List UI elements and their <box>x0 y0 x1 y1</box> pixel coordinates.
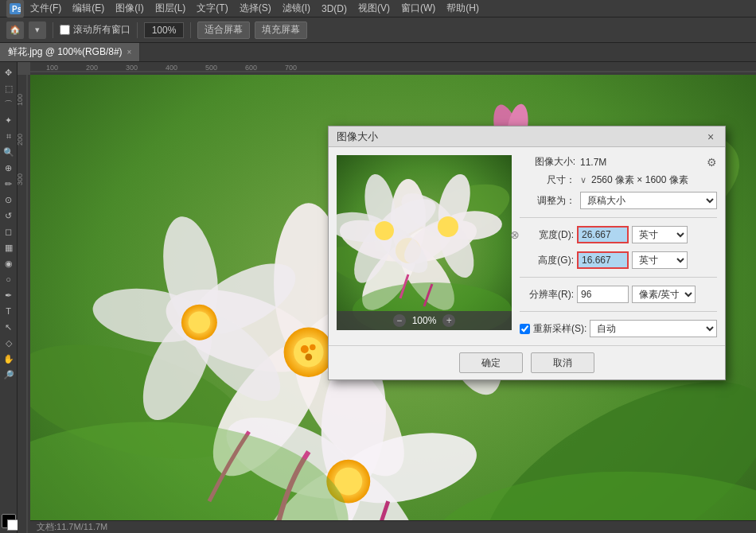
menu-image[interactable]: 图像(I) <box>111 0 148 17</box>
svg-text:100: 100 <box>18 94 24 106</box>
tool-gradient[interactable]: ▦ <box>2 240 16 255</box>
svg-text:600: 600 <box>245 64 257 72</box>
tool-blur[interactable]: ◉ <box>2 256 16 270</box>
menu-bar: Ps 文件(F) 编辑(E) 图像(I) 图层(L) 文字(T) 选择(S) 滤… <box>0 0 756 18</box>
preview-toolbar: − 100% + <box>337 311 512 330</box>
adjust-label: 调整为： <box>520 194 575 208</box>
tool-move[interactable]: ✥ <box>2 65 16 80</box>
dimension-toggle[interactable]: ∨ <box>580 175 586 185</box>
height-row: 高度(G): 英寸 <box>520 251 717 269</box>
toolbar: 🏠 ▾ 滚动所有窗口 适合屏幕 填充屏幕 <box>0 18 756 43</box>
toolbar-home-icon[interactable]: 🏠 <box>6 21 24 39</box>
width-input[interactable] <box>577 226 629 243</box>
tool-foreground-color[interactable] <box>2 514 16 528</box>
tool-eyedropper[interactable]: 🔍 <box>2 145 16 159</box>
svg-point-70 <box>438 216 458 237</box>
menu-text[interactable]: 文字(T) <box>192 0 232 17</box>
status-bar: 文档:11.7M/11.7M <box>30 520 756 533</box>
ruler-horizontal: 100 200 300 400 500 600 700 <box>30 62 756 75</box>
file-size-value: 11.7M <box>580 157 606 168</box>
tool-text[interactable]: T <box>2 304 16 318</box>
menu-filter[interactable]: 滤镜(I) <box>278 0 315 17</box>
tool-clone[interactable]: ⊙ <box>2 193 16 207</box>
chain-icon: ⊗ <box>510 228 520 241</box>
confirm-btn[interactable]: 确定 <box>459 352 523 373</box>
toolbar-arrow-icon[interactable]: ▾ <box>29 21 46 39</box>
height-unit-select[interactable]: 英寸 <box>632 251 688 269</box>
app-icon[interactable]: Ps <box>6 0 24 18</box>
status-text: 文档:11.7M/11.7M <box>37 521 107 533</box>
resample-checkbox[interactable] <box>520 324 530 334</box>
svg-text:400: 400 <box>166 64 177 72</box>
menu-layer[interactable]: 图层(L) <box>150 0 191 17</box>
separator-3 <box>520 311 717 312</box>
preview-zoom-in[interactable]: + <box>442 314 455 327</box>
svg-text:100: 100 <box>46 64 58 72</box>
resolution-row: 分辨率(R): 像素/英寸 <box>520 286 717 303</box>
dialog-titlebar: 图像大小 × <box>329 126 725 147</box>
tab-image[interactable]: 鲜花.jpg @ 100%(RGB/8#) × <box>0 43 140 61</box>
tool-hand[interactable]: ✋ <box>2 352 16 366</box>
svg-point-28 <box>294 337 323 367</box>
file-size-label: 图像大小: <box>520 155 575 169</box>
menu-select[interactable]: 选择(S) <box>235 0 276 17</box>
svg-text:200: 200 <box>18 134 24 146</box>
scroll-all-label: 滚动所有窗口 <box>73 23 131 37</box>
dialog-body: − 100% + 图像大小: 11.7M ⚙ <box>329 147 725 345</box>
adjust-select[interactable]: 原稿大小 <box>580 192 717 209</box>
tool-history-brush[interactable]: ↺ <box>2 208 16 223</box>
dialog-settings: 图像大小: 11.7M ⚙ 尺寸： ∨ 2560 像素 × 1600 像素 调整… <box>520 155 717 337</box>
tool-pen[interactable]: ✒ <box>2 288 16 302</box>
resample-select[interactable]: 自动 <box>590 320 717 337</box>
main-area: ✥ ⬚ ⌒ ✦ ⌗ 🔍 ⊕ ✏ ⊙ ↺ ◻ ▦ ◉ ○ ✒ T ↖ ◇ ✋ 🔎 <box>0 62 756 533</box>
tool-magic-wand[interactable]: ✦ <box>2 113 16 127</box>
separator-2 <box>520 277 717 278</box>
fit-screen-btn[interactable]: 适合屏幕 <box>197 21 250 39</box>
zoom-input[interactable] <box>144 22 184 38</box>
dimension-value: 2560 像素 × 1600 像素 <box>591 173 688 187</box>
tool-path-select[interactable]: ↖ <box>2 320 16 334</box>
menu-view[interactable]: 视图(V) <box>353 0 395 17</box>
cancel-btn[interactable]: 取消 <box>531 352 594 373</box>
menu-window[interactable]: 窗口(W) <box>396 0 440 17</box>
tool-crop[interactable]: ⌗ <box>2 129 16 143</box>
resample-row: 重新采样(S): 自动 <box>520 320 717 337</box>
tool-zoom[interactable]: 🔎 <box>2 368 16 382</box>
svg-point-29 <box>301 345 309 353</box>
height-input[interactable] <box>577 251 629 269</box>
menu-file[interactable]: 文件(F) <box>25 0 66 17</box>
menu-help[interactable]: 帮助(H) <box>442 0 484 17</box>
svg-point-30 <box>310 344 315 350</box>
resolution-input[interactable] <box>577 286 629 303</box>
resolution-unit-select[interactable]: 像素/英寸 <box>632 286 696 303</box>
tab-close-btn[interactable]: × <box>127 48 132 56</box>
svg-text:Ps: Ps <box>12 5 21 14</box>
svg-text:500: 500 <box>205 64 217 72</box>
svg-text:300: 300 <box>126 64 138 72</box>
svg-point-76 <box>375 221 394 240</box>
tool-eraser[interactable]: ◻ <box>2 224 16 239</box>
height-label: 高度(G): <box>520 254 574 267</box>
tool-brush[interactable]: ✏ <box>2 177 16 191</box>
width-unit-select[interactable]: 英寸 <box>632 226 688 243</box>
tool-lasso[interactable]: ⌒ <box>2 97 16 111</box>
toolbar-divider-1 <box>53 22 53 38</box>
preview-zoom-out[interactable]: − <box>393 314 406 327</box>
width-row: ⊗ 宽度(D): 英寸 <box>520 226 717 243</box>
dimension-label: 尺寸： <box>520 173 575 187</box>
tool-select-rect[interactable]: ⬚ <box>2 81 16 95</box>
fill-screen-btn[interactable]: 填充屏幕 <box>255 21 307 39</box>
settings-gear-icon[interactable]: ⚙ <box>707 156 717 169</box>
toolbar-scroll-all[interactable]: 滚动所有窗口 <box>60 23 131 37</box>
ruler-vertical: 100 200 300 <box>18 75 30 533</box>
resample-label: 重新采样(S): <box>533 322 586 336</box>
dialog-close-btn[interactable]: × <box>704 130 717 143</box>
canvas-area: 100 200 300 400 500 600 700 100 200 300 <box>18 62 756 533</box>
tool-shape[interactable]: ◇ <box>2 336 16 350</box>
width-label: 宽度(D): <box>520 228 574 242</box>
menu-3d[interactable]: 3D(D) <box>317 2 352 16</box>
tool-dodge[interactable]: ○ <box>2 272 16 286</box>
menu-edit[interactable]: 编辑(E) <box>68 0 109 17</box>
tool-healing[interactable]: ⊕ <box>2 161 16 175</box>
scroll-all-checkbox[interactable] <box>60 25 70 35</box>
